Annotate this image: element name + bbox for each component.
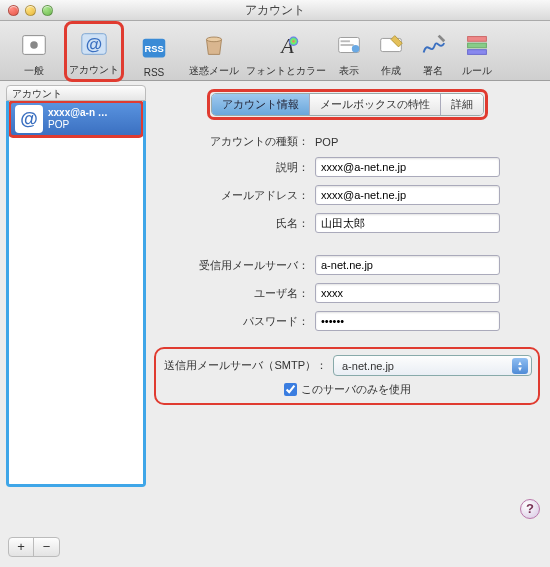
svg-rect-14 (468, 37, 487, 42)
svg-text:RSS: RSS (144, 44, 163, 54)
close-window-button[interactable] (8, 5, 19, 16)
smtp-server-value: a-net.ne.jp (342, 360, 394, 372)
add-account-button[interactable]: + (9, 538, 34, 556)
toolbar-general[interactable]: 一般 (4, 27, 64, 80)
accounts-list[interactable]: @ xxxx@a-n … POP (6, 101, 146, 487)
remove-account-button[interactable]: − (34, 538, 59, 556)
toolbar-rss[interactable]: RSS RSS (124, 30, 184, 80)
svg-point-1 (30, 41, 38, 49)
label-password: パスワード： (154, 314, 309, 329)
toolbar-signatures[interactable]: 署名 (412, 27, 454, 80)
account-subtitle: POP (48, 119, 108, 131)
toolbar-label: 署名 (423, 65, 443, 76)
svg-rect-15 (468, 43, 487, 48)
label-email: メールアドレス： (154, 188, 309, 203)
input-fullname[interactable] (315, 213, 500, 233)
toolbar-label: 一般 (24, 65, 44, 76)
at-icon: @ (15, 105, 43, 133)
svg-rect-16 (468, 50, 487, 55)
toolbar-accounts[interactable]: @ アカウント (64, 21, 124, 82)
toolbar-label: フォントとカラー (246, 65, 326, 76)
svg-text:@: @ (86, 35, 102, 54)
input-password[interactable] (315, 311, 500, 331)
input-username[interactable] (315, 283, 500, 303)
label-only-server: このサーバのみを使用 (301, 382, 411, 397)
tab-advanced[interactable]: 詳細 (441, 94, 483, 115)
account-title: xxxx@a-n … (48, 107, 108, 119)
value-account-type: POP (315, 136, 338, 148)
toolbar-label: 迷惑メール (189, 65, 239, 76)
add-remove-bar: + − (8, 537, 60, 557)
label-incoming-server: 受信用メールサーバ： (154, 258, 309, 273)
minimize-window-button[interactable] (25, 5, 36, 16)
account-row[interactable]: @ xxxx@a-n … POP (10, 102, 142, 136)
svg-point-8 (289, 37, 298, 46)
input-incoming-server[interactable] (315, 255, 500, 275)
svg-rect-11 (341, 44, 354, 46)
updown-arrows-icon: ▲▼ (512, 358, 528, 374)
tab-mailbox-behaviors[interactable]: メールボックスの特性 (310, 94, 441, 115)
svg-rect-10 (341, 40, 350, 42)
input-email[interactable] (315, 185, 500, 205)
toolbar-label: RSS (144, 67, 165, 78)
toolbar-rules[interactable]: ルール (454, 27, 500, 80)
sidebar-header: アカウント (6, 85, 146, 101)
label-smtp: 送信用メールサーバ（SMTP）： (162, 358, 327, 373)
label-username: ユーザ名： (154, 286, 309, 301)
toolbar-viewing[interactable]: 表示 (328, 27, 370, 80)
help-button[interactable]: ? (520, 499, 540, 519)
input-description[interactable] (315, 157, 500, 177)
label-fullname: 氏名： (154, 216, 309, 231)
label-description: 説明： (154, 160, 309, 175)
toolbar-label: アカウント (69, 64, 119, 75)
window-title: アカウント (245, 3, 305, 17)
smtp-server-select[interactable]: a-net.ne.jp ▲▼ (333, 355, 532, 376)
tab-account-info[interactable]: アカウント情報 (212, 94, 310, 115)
zoom-window-button[interactable] (42, 5, 53, 16)
toolbar-composing[interactable]: 作成 (370, 27, 412, 80)
toolbar-junk[interactable]: 迷惑メール (184, 27, 244, 80)
toolbar-label: 表示 (339, 65, 359, 76)
checkbox-only-server[interactable] (284, 383, 297, 396)
toolbar-fonts[interactable]: A フォントとカラー (244, 27, 328, 80)
svg-point-6 (207, 37, 222, 42)
toolbar-label: 作成 (381, 65, 401, 76)
tabs: アカウント情報 メールボックスの特性 詳細 (154, 89, 540, 120)
toolbar-label: ルール (462, 65, 492, 76)
svg-point-12 (352, 45, 360, 53)
preferences-toolbar: 一般 @ アカウント RSS RSS 迷惑メール A フォントとカラー 表示 作… (0, 21, 550, 81)
titlebar: アカウント (0, 0, 550, 21)
label-account-type: アカウントの種類： (154, 134, 309, 149)
